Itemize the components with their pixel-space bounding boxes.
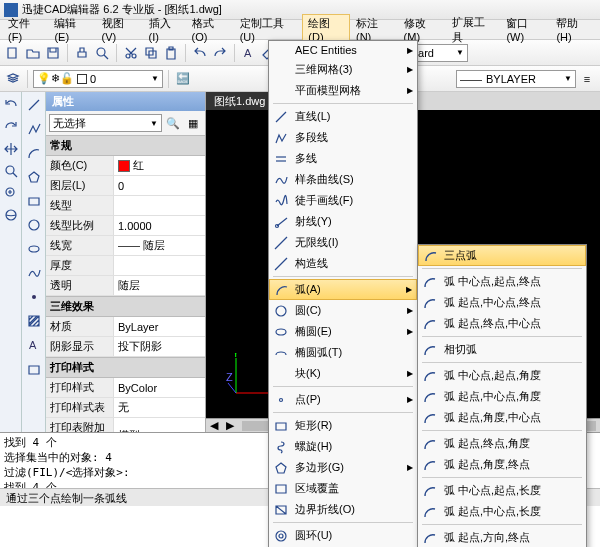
hatch-tool-icon[interactable] (25, 312, 43, 330)
menu-item[interactable]: 矩形(R) (269, 415, 417, 436)
menu-item[interactable]: 弧 起点,中心点,角度 (418, 386, 586, 407)
menu-item[interactable]: 点(P)▶ (269, 389, 417, 410)
prop-row[interactable]: 图层(L)0 (46, 176, 205, 196)
prop-row[interactable]: 打印表附加到模型 (46, 418, 205, 432)
svg-point-15 (32, 295, 36, 299)
menu-item[interactable]: 无限线(I) (269, 232, 417, 253)
point-tool-icon[interactable] (25, 288, 43, 306)
menu-item[interactable]: 弧 起点,角度,终点 (418, 454, 586, 475)
layer-combo[interactable]: 💡❄🔓 0▼ (33, 70, 163, 88)
new-icon[interactable] (4, 44, 22, 62)
prop-row[interactable]: 打印样式表无 (46, 398, 205, 418)
menu-item[interactable]: 区域覆盖 (269, 478, 417, 499)
menu-item[interactable]: 弧 起点,角度,中心点 (418, 407, 586, 428)
pan-icon[interactable] (2, 140, 20, 158)
menu-item[interactable]: 螺旋(H) (269, 436, 417, 457)
menu-item[interactable]: 弧 起点,中心点,终点 (418, 292, 586, 313)
preview-icon[interactable] (93, 44, 111, 62)
menu-item[interactable]: 多段线 (269, 127, 417, 148)
prop-row[interactable]: 线宽—— 随层 (46, 236, 205, 256)
prop-row[interactable]: 厚度 (46, 256, 205, 276)
menu-item[interactable]: 弧 起点,终点,角度 (418, 433, 586, 454)
prop-row[interactable]: 材质ByLayer (46, 317, 205, 337)
quick-select-icon[interactable]: 🔍 (164, 114, 182, 132)
prop-row[interactable]: 透明随层 (46, 276, 205, 296)
menu-item[interactable]: 样条曲线(S) (269, 169, 417, 190)
prop-row[interactable]: 线型 (46, 196, 205, 216)
menu-item[interactable]: 直线(L) (269, 106, 417, 127)
line-tool-icon[interactable] (25, 96, 43, 114)
menu-3[interactable]: 插入(I) (143, 14, 186, 45)
prop-row[interactable]: 打印样式ByColor (46, 378, 205, 398)
text-tool-icon[interactable]: A (25, 336, 43, 354)
menu-item[interactable]: 弧 起点,中心点,长度 (418, 501, 586, 522)
arc-submenu: 三点弧弧 中心点,起点,终点弧 起点,中心点,终点弧 起点,终点,中心点相切弧弧… (417, 244, 587, 547)
menu-item[interactable]: 射线(Y) (269, 211, 417, 232)
redo-icon[interactable] (211, 44, 229, 62)
svg-line-13 (29, 100, 39, 110)
menu-item[interactable]: 椭圆弧(T) (269, 342, 417, 363)
menu-10[interactable]: 窗口(W) (500, 14, 550, 45)
menu-0[interactable]: 文件(F) (2, 14, 48, 45)
select-objects-icon[interactable]: ▦ (184, 114, 202, 132)
print-icon[interactable] (73, 44, 91, 62)
menu-11[interactable]: 帮助(H) (550, 14, 598, 45)
prop-row[interactable]: 阴影显示投下阴影 (46, 337, 205, 357)
zoom-extent-icon[interactable] (2, 184, 20, 202)
menu-item[interactable]: 圆环(U) (269, 525, 417, 546)
copy-icon[interactable] (142, 44, 160, 62)
menu-item[interactable]: 弧 中心点,起点,终点 (418, 271, 586, 292)
menu-item[interactable]: 弧 中心点,起点,长度 (418, 480, 586, 501)
menu-item[interactable]: 弧(A)▶ (269, 279, 417, 300)
linetype-combo[interactable]: ——BYLAYER▼ (456, 70, 576, 88)
prop-category[interactable]: 打印样式 (46, 357, 205, 378)
orbit-icon[interactable] (2, 206, 20, 224)
menu-item[interactable]: 平面模型网格▶ (269, 80, 417, 101)
menu-item[interactable]: 构造线 (269, 253, 417, 274)
lineweight-icon[interactable]: ≡ (578, 70, 596, 88)
pline-tool-icon[interactable] (25, 120, 43, 138)
open-icon[interactable] (24, 44, 42, 62)
cut-icon[interactable] (122, 44, 140, 62)
menu-4[interactable]: 格式(O) (186, 14, 234, 45)
selection-combo[interactable]: 无选择▼ (49, 114, 162, 132)
menu-item[interactable]: 块(K)▶ (269, 363, 417, 384)
prop-category[interactable]: 三维效果 (46, 296, 205, 317)
arc-tool-icon[interactable] (25, 144, 43, 162)
save-icon[interactable] (44, 44, 62, 62)
menu-1[interactable]: 编辑(E) (48, 14, 95, 45)
polygon-tool-icon[interactable] (25, 168, 43, 186)
menu-item[interactable]: AEC Entities▶ (269, 41, 417, 59)
text-icon[interactable]: A (240, 44, 258, 62)
paste-icon[interactable] (162, 44, 180, 62)
menu-item[interactable]: 相切弧 (418, 339, 586, 360)
insert-tool-icon[interactable] (25, 360, 43, 378)
menu-item[interactable]: 三点弧 (418, 245, 586, 266)
ellipse-tool-icon[interactable] (25, 240, 43, 258)
menu-item[interactable]: 弧 起点,终点,中心点 (418, 313, 586, 334)
menu-2[interactable]: 视图(V) (96, 14, 143, 45)
menu-item[interactable]: 边界折线(O) (269, 499, 417, 520)
menu-item[interactable]: 三维网格(3)▶ (269, 59, 417, 80)
menu-9[interactable]: 扩展工具 (446, 13, 500, 47)
svg-point-31 (280, 398, 283, 401)
menu-item[interactable]: 圆(C)▶ (269, 300, 417, 321)
prop-row[interactable]: 线型比例1.0000 (46, 216, 205, 236)
rect-tool-icon[interactable] (25, 192, 43, 210)
menu-item[interactable]: 徒手画线(F) (269, 190, 417, 211)
layer-manager-icon[interactable] (4, 70, 22, 88)
spline-tool-icon[interactable] (25, 264, 43, 282)
layer-prev-icon[interactable]: 🔙 (174, 70, 192, 88)
redo-tool-icon[interactable] (2, 118, 20, 136)
prop-row[interactable]: 颜色(C)红 (46, 156, 205, 176)
undo-icon[interactable] (191, 44, 209, 62)
prop-category[interactable]: 常规 (46, 135, 205, 156)
zoom-window-icon[interactable] (2, 162, 20, 180)
menu-item[interactable]: 椭圆(E)▶ (269, 321, 417, 342)
menu-item[interactable]: 多线 (269, 148, 417, 169)
menu-item[interactable]: 多边形(G)▶ (269, 457, 417, 478)
menu-item[interactable]: 弧 中心点,起点,角度 (418, 365, 586, 386)
circle-tool-icon[interactable] (25, 216, 43, 234)
undo-tool-icon[interactable] (2, 96, 20, 114)
menu-item[interactable]: 弧 起点,方向,终点 (418, 527, 586, 547)
